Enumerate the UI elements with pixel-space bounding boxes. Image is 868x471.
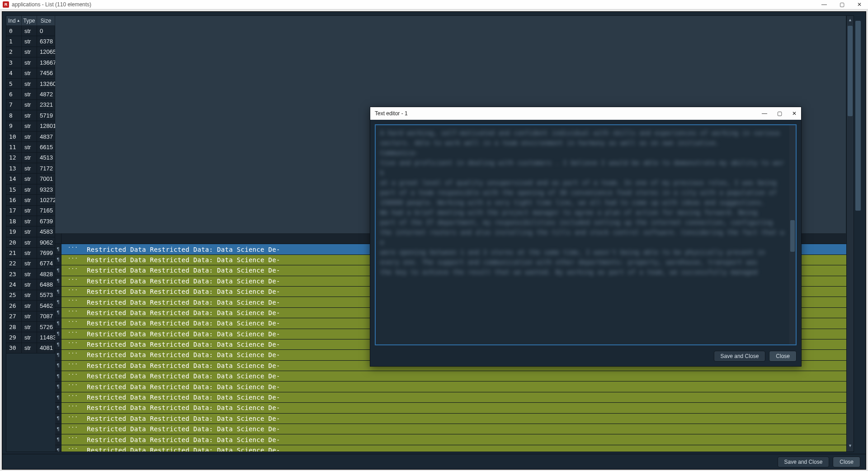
table-row[interactable]: 11str6615 <box>6 142 55 152</box>
cell-index: 2 <box>6 47 22 57</box>
cell-size: 7699 <box>37 248 55 258</box>
column-header-index[interactable]: Ind ▲ <box>6 16 22 26</box>
table-row[interactable]: 25str5573 <box>6 290 55 301</box>
row-gutter-icon: ¶ <box>55 297 61 307</box>
cell-size: 9062 <box>37 237 55 248</box>
column-header-type[interactable]: Type <box>22 16 37 26</box>
window-close-icon[interactable]: ✕ <box>857 1 862 8</box>
dialog-close-icon[interactable]: ✕ <box>792 110 797 117</box>
table-row[interactable]: 24str6488 <box>6 279 55 290</box>
cell-index: 27 <box>6 311 22 322</box>
cell-type: str <box>22 174 37 184</box>
table-row[interactable]: 6str4872 <box>6 89 55 99</box>
table-row[interactable]: 30str4081 <box>6 343 55 353</box>
dialog-footer: Save and Close Close <box>370 350 801 366</box>
table-row[interactable]: 21str7699 <box>6 248 55 258</box>
table-row[interactable]: 26str5462 <box>6 301 55 311</box>
cell-type: str <box>22 216 37 226</box>
continuation-marker: ... <box>68 391 78 397</box>
column-header-size[interactable]: Size <box>37 16 55 26</box>
value-row[interactable]: ¶...Restricted Data Restricted Data: Dat… <box>55 424 846 434</box>
main-footer: Save and Close Close <box>2 454 866 469</box>
dialog-text-content: A hard working, self-motivated and confi… <box>380 128 786 277</box>
table-row[interactable]: 1str6378 <box>6 36 55 47</box>
value-row[interactable]: ¶...Restricted Data Restricted Data: Dat… <box>55 434 846 445</box>
table-row[interactable]: 9str12801 <box>6 121 55 132</box>
table-row[interactable]: 16str10272 <box>6 195 55 205</box>
table-row[interactable]: 8str5719 <box>6 110 55 121</box>
table-row[interactable]: 4str7456 <box>6 68 55 79</box>
value-row[interactable]: ¶...Restricted Data Restricted Data: Dat… <box>55 414 846 424</box>
table-row[interactable]: 18str6739 <box>6 216 55 226</box>
table-row[interactable]: 3str13667 <box>6 57 55 68</box>
cell-size: 13667 <box>37 57 55 68</box>
dialog-titlebar[interactable]: Text editor - 1 — ▢ ✕ <box>370 107 801 120</box>
save-and-close-button[interactable]: Save and Close <box>778 457 830 467</box>
table-row[interactable]: 29str11483 <box>6 332 55 343</box>
value-row[interactable]: ¶...Restricted Data Restricted Data: Dat… <box>55 382 846 392</box>
table-row[interactable]: 10str4837 <box>6 132 55 142</box>
row-gutter-icon: ¶ <box>55 382 61 391</box>
table-row[interactable]: 19str4583 <box>6 226 55 237</box>
scrollbar-down-icon[interactable]: ▼ <box>847 443 854 450</box>
table-row[interactable]: 12str4513 <box>6 153 55 163</box>
cell-type: str <box>22 184 37 195</box>
table-row[interactable]: 7str2321 <box>6 100 55 110</box>
dialog-save-and-close-button[interactable]: Save and Close <box>714 351 766 362</box>
table-row[interactable]: 13str7172 <box>6 163 55 174</box>
continuation-marker: ... <box>68 328 78 334</box>
dialog-minimize-icon[interactable]: — <box>762 110 767 117</box>
value-text: Restricted Data Restricted Data: Data Sc… <box>61 256 280 264</box>
dialog-scrollbar-thumb[interactable] <box>790 220 795 252</box>
table-row[interactable]: 20str9062 <box>6 237 55 248</box>
dialog-vertical-scrollbar[interactable] <box>789 125 796 344</box>
table-row[interactable]: 22str6774 <box>6 259 55 269</box>
table-row[interactable]: 2str12065 <box>6 47 55 57</box>
dialog-maximize-icon[interactable]: ▢ <box>777 110 782 117</box>
sort-ascending-icon: ▲ <box>17 19 20 23</box>
cell-index: 5 <box>6 79 22 89</box>
window-minimize-icon[interactable]: — <box>821 1 827 8</box>
value-text: Restricted Data Restricted Data: Data Sc… <box>61 447 280 452</box>
dialog-close-button[interactable]: Close <box>769 351 797 362</box>
cell-index: 18 <box>6 216 22 226</box>
cell-index: 30 <box>6 343 22 353</box>
window-maximize-icon[interactable]: ▢ <box>840 1 844 8</box>
cell-type: str <box>22 322 37 332</box>
cell-type: str <box>22 269 37 279</box>
scrollbar-up-icon[interactable]: ▲ <box>847 18 854 24</box>
table-row[interactable]: 28str5726 <box>6 322 55 332</box>
cell-size: 7172 <box>37 163 55 174</box>
table-row[interactable]: 14str7001 <box>6 174 55 184</box>
close-button[interactable]: Close <box>833 457 860 467</box>
value-row[interactable]: ¶...Restricted Data Restricted Data: Dat… <box>55 392 846 403</box>
cell-type: str <box>22 26 37 36</box>
value-row[interactable]: ¶...Restricted Data Restricted Data: Dat… <box>55 403 846 413</box>
cell-size: 5719 <box>37 110 55 121</box>
table-row[interactable]: 23str4828 <box>6 269 55 279</box>
table-row[interactable]: 5str13260 <box>6 79 55 89</box>
table-row[interactable]: 27str7087 <box>6 311 55 322</box>
cell-type: str <box>22 259 37 269</box>
table-vertical-scrollbar[interactable]: ▲ ▼ <box>846 16 854 452</box>
cell-type: str <box>22 311 37 322</box>
outer-scrollbar-thumb[interactable] <box>855 21 861 211</box>
table-row[interactable]: 0str0 <box>6 26 55 36</box>
row-gutter-icon: ¶ <box>55 371 61 381</box>
dialog-text-area[interactable]: A hard working, self-motivated and confi… <box>375 124 797 345</box>
cell-type: str <box>22 153 37 163</box>
table-row[interactable]: 17str7165 <box>6 206 55 216</box>
cell-index: 15 <box>6 184 22 195</box>
row-gutter-icon: ¶ <box>55 318 61 328</box>
cell-type: str <box>22 248 37 258</box>
value-row[interactable]: ¶...Restricted Data Restricted Data: Dat… <box>55 445 846 452</box>
value-row[interactable]: ¶...Restricted Data Restricted Data: Dat… <box>55 371 846 382</box>
row-gutter-icon: ¶ <box>55 276 61 286</box>
table-row[interactable]: 15str9323 <box>6 184 55 195</box>
outer-vertical-scrollbar[interactable] <box>854 15 862 452</box>
cell-type: str <box>22 110 37 121</box>
continuation-marker: ... <box>68 275 78 281</box>
cell-index: 13 <box>6 163 22 174</box>
cell-size: 4513 <box>37 153 55 163</box>
scrollbar-thumb[interactable] <box>848 26 853 116</box>
